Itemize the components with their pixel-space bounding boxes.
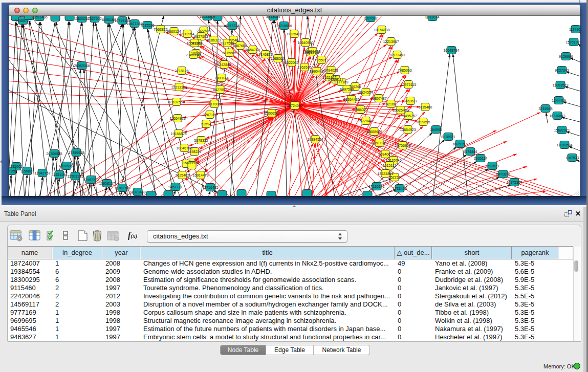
svg-text:9457771: 9457771 [168, 185, 182, 189]
svg-text:7955812: 7955812 [314, 58, 328, 62]
svg-text:12213369: 12213369 [171, 85, 187, 89]
svg-text:19218506: 19218506 [276, 24, 292, 28]
svg-text:7663822: 7663822 [154, 28, 167, 31]
svg-text:21364436: 21364436 [343, 98, 359, 101]
svg-text:8912954: 8912954 [180, 32, 194, 36]
svg-text:9084067: 9084067 [378, 152, 392, 156]
svg-text:6322037: 6322037 [285, 61, 298, 64]
svg-text:10756928: 10756928 [395, 144, 410, 147]
svg-text:17654923: 17654923 [169, 117, 185, 120]
svg-text:9242848: 9242848 [217, 63, 231, 67]
svg-text:10807487: 10807487 [371, 97, 386, 100]
svg-text:17010504: 17010504 [556, 143, 572, 147]
svg-text:8427552: 8427552 [213, 88, 227, 92]
svg-text:5875685: 5875685 [222, 51, 236, 55]
svg-text:18724007: 18724007 [287, 104, 302, 107]
svg-text:7986322: 7986322 [354, 108, 367, 112]
svg-text:11451194: 11451194 [52, 173, 67, 177]
svg-text:8186323: 8186323 [207, 38, 221, 42]
svg-text:10958157: 10958157 [99, 182, 115, 185]
svg-text:13495757: 13495757 [401, 114, 417, 118]
svg-text:20206535: 20206535 [46, 152, 62, 156]
svg-text:1362615: 1362615 [297, 65, 311, 69]
svg-text:13524851: 13524851 [377, 172, 393, 176]
svg-text:10025453: 10025453 [393, 108, 408, 112]
svg-text:7485063: 7485063 [398, 69, 411, 72]
svg-text:16033809: 16033809 [199, 16, 215, 18]
svg-text:835001: 835001 [10, 165, 22, 168]
svg-text:2322605: 2322605 [197, 29, 210, 33]
svg-text:8471676: 8471676 [496, 172, 510, 176]
svg-text:9227343: 9227343 [555, 69, 569, 72]
svg-text:14136141: 14136141 [368, 185, 384, 188]
svg-text:16782759: 16782759 [114, 186, 130, 190]
svg-text:17359928: 17359928 [68, 151, 84, 155]
svg-text:5498222: 5498222 [187, 150, 201, 154]
svg-text:18607249: 18607249 [371, 141, 387, 145]
svg-text:1117304: 1117304 [569, 28, 580, 31]
svg-text:16914479: 16914479 [192, 173, 208, 177]
svg-text:7625402: 7625402 [175, 173, 189, 177]
svg-text:1733426: 1733426 [393, 187, 406, 190]
svg-text:16120746: 16120746 [385, 159, 401, 162]
svg-text:9777169: 9777169 [334, 80, 348, 84]
svg-text:6794028: 6794028 [324, 69, 338, 72]
svg-text:20691406: 20691406 [31, 16, 47, 19]
svg-text:9827503: 9827503 [194, 35, 208, 38]
svg-text:9699695: 9699695 [416, 120, 430, 124]
svg-text:10154838: 10154838 [374, 28, 389, 32]
svg-text:2300203: 2300203 [265, 112, 278, 115]
svg-text:8813054: 8813054 [266, 16, 280, 18]
svg-text:9463627: 9463627 [403, 99, 417, 103]
svg-text:3215958: 3215958 [538, 107, 552, 111]
svg-text:3267110: 3267110 [203, 113, 217, 117]
svg-text:11325419: 11325419 [287, 32, 302, 36]
svg-text:12942757: 12942757 [34, 171, 50, 175]
svg-text:1615112: 1615112 [383, 164, 397, 167]
svg-text:417006: 417006 [208, 102, 220, 106]
svg-text:12213967: 12213967 [383, 40, 399, 43]
svg-text:53594: 53594 [201, 122, 211, 126]
svg-text:3624554: 3624554 [359, 91, 373, 94]
svg-text:19384554: 19384554 [307, 138, 323, 141]
svg-text:6679197: 6679197 [453, 142, 467, 146]
svg-text:9129996: 9129996 [559, 55, 573, 58]
svg-text:1527602: 1527602 [88, 17, 101, 20]
svg-text:16640910: 16640910 [297, 41, 313, 45]
svg-text:11923448: 11923448 [130, 190, 146, 194]
svg-text:9146821: 9146821 [258, 53, 272, 56]
svg-text:2935114: 2935114 [474, 157, 488, 160]
svg-text:5878332: 5878332 [194, 139, 208, 142]
svg-text:10107552: 10107552 [168, 100, 184, 104]
svg-text:15751074: 15751074 [565, 40, 580, 44]
svg-text:14055721: 14055721 [15, 19, 31, 23]
svg-text:39155: 39155 [9, 169, 16, 173]
svg-text:7632621: 7632621 [485, 164, 499, 168]
svg-text:2718126: 2718126 [175, 69, 188, 73]
svg-text:2867608: 2867608 [233, 44, 247, 48]
svg-text:7803144: 7803144 [214, 76, 228, 80]
svg-text:10973493: 10973493 [389, 53, 405, 57]
svg-text:16648784: 16648784 [443, 49, 459, 52]
svg-text:16543362: 16543362 [186, 41, 202, 45]
svg-text:15609934: 15609934 [183, 161, 199, 165]
svg-text:16210643: 16210643 [549, 114, 565, 118]
svg-text:164095: 164095 [430, 128, 442, 132]
svg-text:7357224: 7357224 [225, 24, 239, 28]
svg-text:13654923: 13654923 [400, 128, 416, 132]
svg-text:15692971: 15692971 [554, 128, 570, 132]
svg-text:19166825: 19166825 [170, 132, 186, 136]
svg-text:1156827: 1156827 [20, 169, 34, 173]
svg-text:12093573: 12093573 [552, 83, 568, 87]
svg-text:9474444: 9474444 [463, 150, 477, 154]
svg-text:12975115: 12975115 [401, 83, 417, 86]
svg-text:9660124: 9660124 [167, 30, 181, 33]
svg-text:16961758: 16961758 [304, 50, 320, 53]
svg-text:17957223: 17957223 [83, 178, 99, 182]
svg-text:10975867: 10975867 [58, 164, 74, 168]
svg-text:23420046: 23420046 [185, 53, 201, 57]
svg-text:9115460: 9115460 [419, 105, 432, 109]
svg-text:16175364: 16175364 [506, 181, 522, 184]
svg-text:1167533: 1167533 [565, 156, 579, 160]
svg-text:10688609: 10688609 [366, 130, 382, 134]
